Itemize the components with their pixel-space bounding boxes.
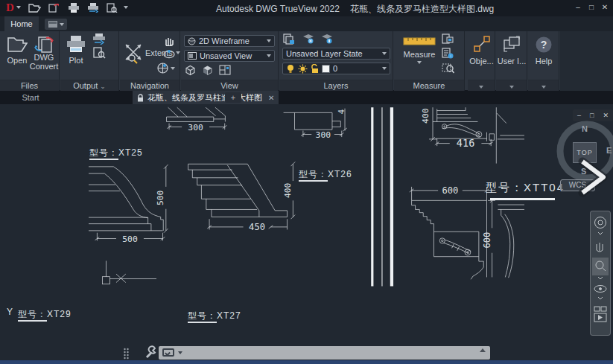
dim-xt29-height: 500 xyxy=(155,190,165,205)
navbar-pan-button[interactable] xyxy=(597,243,603,252)
doc-minimize-button[interactable]: – xyxy=(577,112,581,119)
panel-caret-help[interactable] xyxy=(528,80,559,91)
preview-button[interactable] xyxy=(93,47,106,59)
command-prompt-caret-icon[interactable] xyxy=(178,351,182,354)
preview-icon xyxy=(93,47,106,59)
active-tab-title: 花瓶、线条及罗马柱造型大样图 xyxy=(147,92,262,103)
viewport-icon xyxy=(188,52,197,60)
dwg-convert-button[interactable]: DWG Convert xyxy=(30,35,58,71)
panel-output: Plot Output ⌄ xyxy=(60,31,119,91)
ucs-y-label: Y xyxy=(7,307,13,317)
printer-icon xyxy=(68,3,80,13)
visual-style-dropdown[interactable]: 2D Wireframe xyxy=(184,35,275,47)
orbit-button[interactable] xyxy=(163,49,175,60)
layer-state-dropdown[interactable]: Unsaved Layer State xyxy=(282,48,390,60)
user-interface-button[interactable]: User I... xyxy=(496,36,527,66)
object-button[interactable]: Obje... xyxy=(468,36,495,66)
layer-off-button[interactable] xyxy=(321,33,333,45)
steering-wheel-button[interactable] xyxy=(157,63,175,74)
doc-close-button[interactable]: ✕ xyxy=(603,112,609,119)
tab-start[interactable]: Start xyxy=(7,91,54,104)
cad-linework: 300 4 300 xyxy=(0,104,613,360)
help-panel-caret-icon xyxy=(541,86,546,89)
viewport-config-button[interactable] xyxy=(219,65,231,76)
open-quick-button[interactable] xyxy=(25,1,44,14)
user-interface-icon xyxy=(503,36,521,52)
tab-home[interactable]: Home xyxy=(4,16,39,31)
layer-dropdown[interactable]: 0 xyxy=(282,63,390,74)
isolate-objects-button[interactable] xyxy=(202,65,213,76)
layer-freeze-button[interactable] xyxy=(302,33,314,45)
command-grip-handle[interactable] xyxy=(123,348,130,360)
quick-properties-icon: i xyxy=(442,48,454,59)
box-view-button[interactable] xyxy=(185,65,196,76)
properties-button[interactable] xyxy=(442,33,454,45)
minimize-button[interactable]: – xyxy=(571,1,585,13)
open-button[interactable]: Open xyxy=(6,35,28,65)
ruler-icon xyxy=(403,35,436,47)
command-input[interactable] xyxy=(159,346,490,360)
viewcube-north[interactable]: N xyxy=(582,124,588,133)
layer-color-swatch[interactable] xyxy=(322,65,330,73)
batch-plot-icon xyxy=(87,3,99,13)
visual-style-caret-icon xyxy=(267,39,271,42)
app-logo: D xyxy=(6,1,14,14)
tab-close-icon[interactable]: ✕ xyxy=(268,94,274,102)
panel-caret-object[interactable] xyxy=(468,80,495,91)
panel-caret-user-interface[interactable] xyxy=(496,80,527,91)
navbar-orbit-button[interactable] xyxy=(594,286,606,300)
batch-plot-quick-button[interactable] xyxy=(84,1,102,14)
layer-on-bulb-icon[interactable] xyxy=(286,64,295,74)
dim-cornice-height: 600 xyxy=(482,232,492,249)
panel-files: Open DWG Convert Files xyxy=(0,31,60,91)
layer-thaw-sun-icon[interactable] xyxy=(298,64,308,74)
panel-object: Obje... xyxy=(468,31,495,91)
panel-label-view: View xyxy=(181,80,278,91)
title-bar: D xyxy=(0,0,613,16)
drawing-canvas[interactable]: 300 4 300 xyxy=(0,104,613,360)
ribbon-display-toggle[interactable] xyxy=(45,19,67,30)
quick-properties-button[interactable]: i xyxy=(442,48,454,59)
profile-xtt04: 400 416 xyxy=(420,107,524,163)
dwg-convert-quick-button[interactable] xyxy=(45,1,63,14)
panel-label-output[interactable]: Output ⌄ xyxy=(60,80,118,91)
zoom-window-button[interactable] xyxy=(442,62,454,74)
app-menu-button[interactable]: D xyxy=(3,1,24,14)
app-menu-caret-icon xyxy=(16,6,21,9)
measure-button[interactable]: Measure xyxy=(400,35,439,64)
steering-wheel-caret-icon xyxy=(171,67,175,70)
batch-plot-button[interactable] xyxy=(92,33,107,45)
properties-icon xyxy=(442,33,454,45)
tab-active-drawing[interactable]: 花瓶、线条及罗马柱造型大样图 ✕ xyxy=(133,91,279,104)
svg-text:?: ? xyxy=(541,39,547,51)
command-history-up-icon[interactable] xyxy=(480,348,486,352)
named-view-dropdown[interactable]: Unsaved View xyxy=(184,50,275,62)
panel-label-navigation: Navigation xyxy=(120,80,180,91)
qat-dropdown-caret-icon[interactable] xyxy=(124,6,128,9)
doc-restore-button[interactable]: □ xyxy=(590,112,594,119)
navbar-wheel-button[interactable] xyxy=(595,217,606,235)
command-wrench-icon[interactable] xyxy=(144,345,157,359)
profile-right-fragment xyxy=(498,205,524,278)
plot-quick-button[interactable] xyxy=(65,1,83,14)
preview-quick-button[interactable] xyxy=(104,1,121,14)
zoom-extents-icon xyxy=(123,42,144,64)
ribbon-tab-row: Home xyxy=(0,16,613,31)
navbar-showmotion-button[interactable] xyxy=(594,307,606,322)
pan-button[interactable] xyxy=(163,35,175,46)
close-button[interactable]: ✕ xyxy=(598,1,612,13)
maximize-button[interactable]: □ xyxy=(585,1,598,13)
new-tab-button[interactable]: + xyxy=(225,92,241,103)
nav-chevron-arrow[interactable] xyxy=(574,153,613,197)
layer-unlock-icon[interactable] xyxy=(311,64,319,74)
layer-properties-button[interactable] xyxy=(283,33,296,45)
panel-measure: Measure i xyxy=(394,31,465,91)
help-button[interactable]: ? Help xyxy=(528,36,559,66)
navbar-zoom-button[interactable] xyxy=(592,258,609,279)
user-interface-panel-caret-icon xyxy=(509,86,514,89)
label-xt25: 型号：XT25 xyxy=(89,147,143,159)
plot-button[interactable]: Plot xyxy=(65,35,87,65)
zoom-extents-button[interactable] xyxy=(123,42,144,64)
panel-navigation: Extents xyxy=(120,31,180,91)
ribbon-display-caret-icon xyxy=(60,23,64,26)
